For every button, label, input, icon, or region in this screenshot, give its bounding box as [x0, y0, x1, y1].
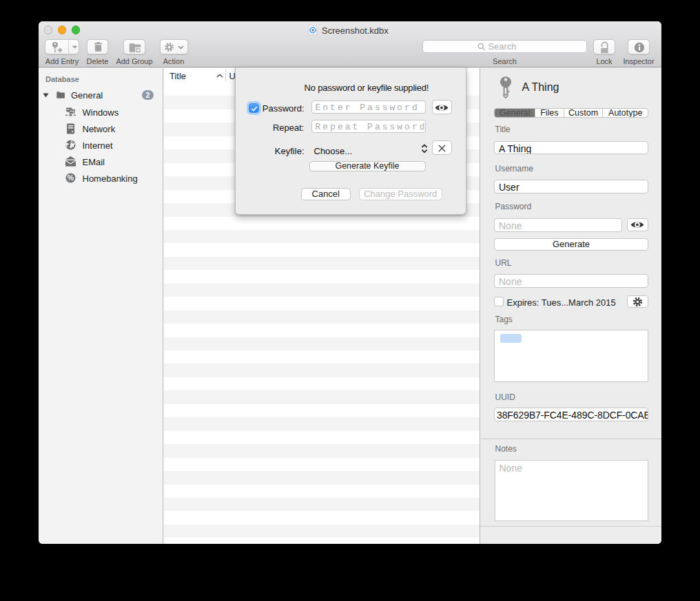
svg-text:%: %	[68, 173, 74, 182]
